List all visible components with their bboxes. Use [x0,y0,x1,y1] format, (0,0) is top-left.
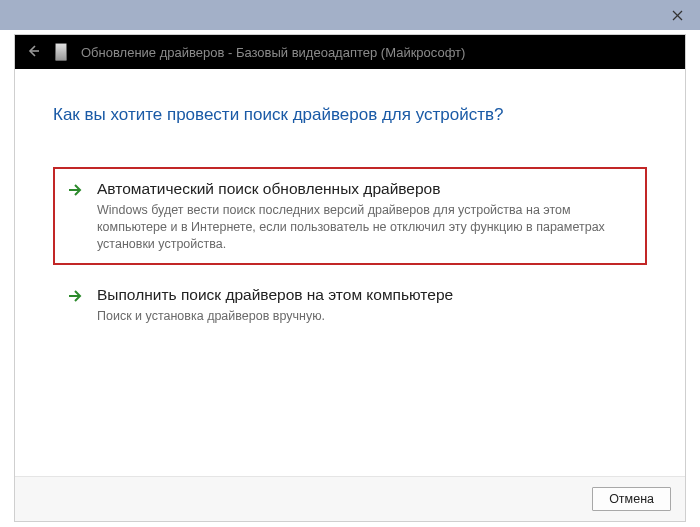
cancel-button[interactable]: Отмена [592,487,671,511]
back-button[interactable] [25,43,41,62]
option-auto-desc: Windows будет вести поиск последних верс… [97,202,633,253]
option-auto-heading: Автоматический поиск обновленных драйвер… [97,179,633,198]
driver-update-dialog: Обновление драйверов - Базовый видеоадап… [0,0,700,527]
option-auto-text: Автоматический поиск обновленных драйвер… [97,179,633,253]
close-button[interactable] [654,0,700,30]
dialog-frame: Обновление драйверов - Базовый видеоадап… [14,34,686,522]
arrow-right-icon [67,288,83,304]
option-manual-text: Выполнить поиск драйверов на этом компью… [97,285,633,325]
dialog-header: Обновление драйверов - Базовый видеоадап… [15,35,685,69]
outer-titlebar [0,0,700,30]
close-icon [672,10,683,21]
arrow-right-icon [67,182,83,198]
dialog-title: Обновление драйверов - Базовый видеоадап… [81,45,465,60]
option-manual-search[interactable]: Выполнить поиск драйверов на этом компью… [53,273,647,337]
dialog-content: Как вы хотите провести поиск драйверов д… [15,69,685,476]
option-manual-heading: Выполнить поиск драйверов на этом компью… [97,285,633,304]
option-auto-search[interactable]: Автоматический поиск обновленных драйвер… [53,167,647,265]
back-arrow-icon [25,43,41,59]
option-manual-desc: Поиск и установка драйверов вручную. [97,308,633,325]
dialog-footer: Отмена [15,476,685,521]
device-icon [55,43,67,61]
question-heading: Как вы хотите провести поиск драйверов д… [53,105,647,125]
